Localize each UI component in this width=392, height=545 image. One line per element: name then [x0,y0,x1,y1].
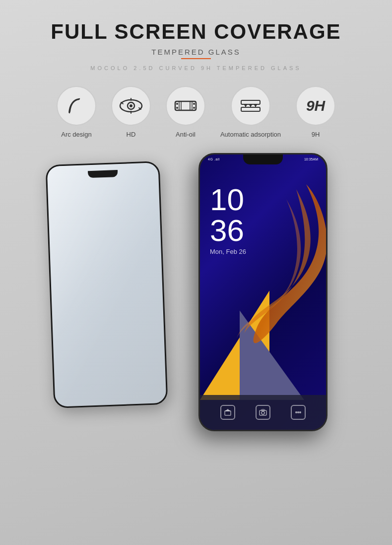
svg-point-10 [176,103,178,105]
status-bar: 4G .all 10:35AM [200,156,326,162]
svg-rect-17 [241,107,260,111]
bottom-icon-right [291,405,306,420]
page-wrapper: FULL SCREEN COVERAGE TEMPERED GLASS MOCO… [0,0,392,545]
feature-9h: 9H 9H [296,86,335,138]
adsorption-label: Automatic adsorption [220,131,281,138]
arc-design-label: Arc design [61,131,91,138]
phone-screen: 4G .all 10:35AM 10 36 Mon, Feb 26 [200,155,326,430]
9h-text: 9H [306,97,325,114]
film-icon [173,97,198,114]
svg-marker-23 [254,105,257,107]
camera-icon [259,408,267,416]
hd-circle [111,86,151,126]
anti-oil-label: Anti-oil [176,131,196,138]
feature-anti-oil: Anti-oil [166,86,205,138]
svg-point-27 [261,411,264,414]
9h-label: 9H [312,131,320,138]
anti-oil-circle [166,86,205,126]
feature-arc-design: Arc design [57,86,96,138]
feature-auto-adsorption: Automatic adsorption [220,86,281,138]
bottom-icon-center [256,405,270,420]
main-title: FULL SCREEN COVERAGE [51,20,341,44]
menu-icon [294,408,302,416]
status-right: 10:35AM [304,157,318,161]
svg-marker-21 [244,105,247,107]
product-section: 4G .all 10:35AM 10 36 Mon, Feb 26 [0,153,392,476]
arc-icon [65,95,87,117]
glass-notch [88,170,118,178]
phone-time: 10 36 Mon, Feb 26 [210,184,246,255]
svg-point-11 [176,107,178,109]
arc-design-circle [57,86,96,126]
status-left: 4G .all [208,157,220,161]
svg-rect-16 [241,100,260,104]
bottom-icon-left [220,405,235,420]
feature-hd: HD [111,86,151,138]
tagline: MOCOLO 2.5D CURVED 9H TEMPERED GLASS [90,65,301,71]
svg-point-2 [130,104,132,107]
svg-marker-22 [249,105,252,107]
subtitle: TEMPERED GLASS [151,48,241,59]
svg-marker-25 [225,409,231,411]
glass-protector [46,161,168,408]
hd-label: HD [127,131,136,138]
svg-point-30 [297,411,299,413]
svg-point-29 [295,411,297,413]
home-icon [224,408,232,416]
time-hour: 10 [210,184,246,215]
phone-wallpaper: 4G .all 10:35AM 10 36 Mon, Feb 26 [200,155,326,430]
adsorption-circle [231,86,270,126]
svg-point-12 [193,103,195,105]
time-date: Mon, Feb 26 [210,248,246,255]
adsorption-icon [238,97,263,114]
svg-point-13 [193,107,195,109]
9h-circle: 9H [296,86,335,126]
phone-bottom-bar [200,395,326,430]
features-row: Arc design HD [57,86,335,138]
svg-rect-7 [175,101,196,110]
smartphone: 4G .all 10:35AM 10 36 Mon, Feb 26 [198,153,327,431]
svg-rect-24 [225,411,231,415]
time-minute: 36 [210,215,246,246]
svg-point-31 [299,411,301,413]
eye-icon [119,97,143,114]
